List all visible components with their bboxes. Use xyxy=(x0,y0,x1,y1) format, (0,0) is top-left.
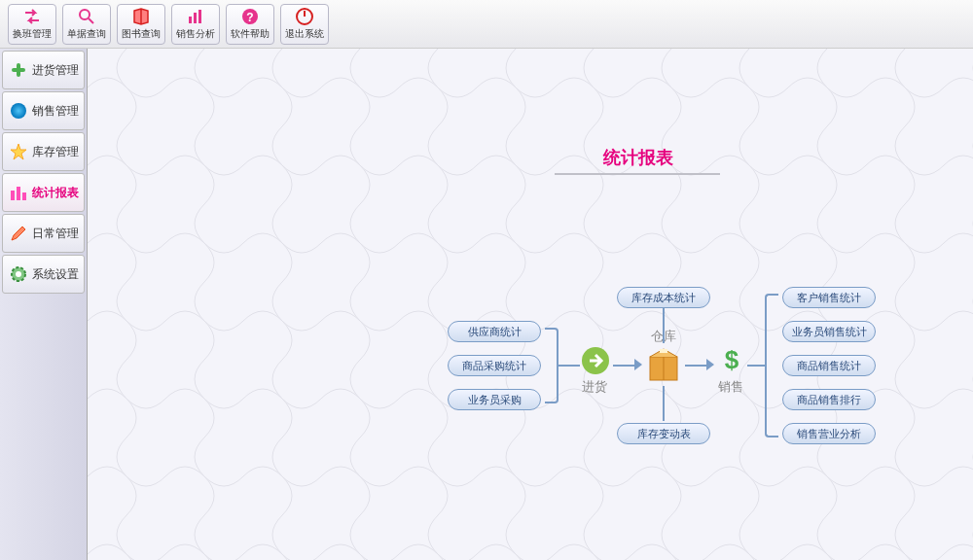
node-salesman-sales[interactable]: 业务员销售统计 xyxy=(782,321,876,342)
chart-icon xyxy=(186,7,205,26)
tool-label: 图书查询 xyxy=(122,27,161,41)
sidebar-label: 销售管理 xyxy=(32,103,79,120)
tool-exit[interactable]: 退出系统 xyxy=(280,4,329,45)
sidebar-item-inventory[interactable]: 库存管理 xyxy=(2,132,85,171)
node-customer-sales[interactable]: 客户销售统计 xyxy=(782,287,876,308)
sidebar-item-settings[interactable]: 系统设置 xyxy=(2,255,85,294)
connector xyxy=(559,365,580,367)
node-product-rank[interactable]: 商品销售排行 xyxy=(782,389,876,410)
main-area: 统计报表 供应商统计 商品采购统计 业务员采购 进货 仓库 库存成本统计 库存变… xyxy=(88,49,973,560)
svg-rect-4 xyxy=(198,10,201,23)
svg-text:$: $ xyxy=(725,345,739,374)
sidebar-item-reports[interactable]: 统计报表 xyxy=(2,173,85,212)
svg-rect-20 xyxy=(660,349,667,353)
svg-rect-12 xyxy=(11,191,15,200)
bracket-right xyxy=(765,294,778,438)
connector xyxy=(613,365,636,367)
tool-help[interactable]: ? 软件帮助 xyxy=(226,4,274,45)
book-icon xyxy=(131,7,151,26)
connector xyxy=(685,365,708,367)
svg-point-11 xyxy=(11,103,26,119)
star-icon xyxy=(9,142,28,161)
sidebar: 进货管理 销售管理 库存管理 统计报表 日常管理 系统设置 xyxy=(0,49,88,560)
pencil-icon xyxy=(9,224,28,243)
sidebar-label: 进货管理 xyxy=(32,62,79,79)
node-sales-business[interactable]: 销售营业分析 xyxy=(782,423,876,444)
svg-rect-13 xyxy=(17,187,20,200)
tool-sales-analysis[interactable]: 销售分析 xyxy=(171,4,220,45)
tool-label: 退出系统 xyxy=(285,27,324,41)
sales-icon: $ xyxy=(716,345,747,376)
help-icon: ? xyxy=(240,7,260,26)
arrow-right-icon xyxy=(706,359,714,370)
svg-rect-2 xyxy=(189,17,192,23)
sidebar-item-daily[interactable]: 日常管理 xyxy=(2,214,85,253)
connector xyxy=(663,386,665,421)
toolbar: 换班管理 单据查询 图书查询 销售分析 ? 软件帮助 退出系统 xyxy=(0,0,973,49)
node-inventory-cost[interactable]: 库存成本统计 xyxy=(617,287,710,308)
title-underline xyxy=(555,173,720,175)
ball-icon xyxy=(9,101,28,121)
page-title: 统计报表 xyxy=(603,146,673,169)
bracket-left xyxy=(545,328,559,403)
label-purchase: 进货 xyxy=(582,378,607,396)
tool-swap[interactable]: 换班管理 xyxy=(8,4,56,45)
svg-text:?: ? xyxy=(246,11,253,24)
gear-icon xyxy=(9,264,28,284)
tool-search-doc[interactable]: 单据查询 xyxy=(62,4,111,45)
svg-point-0 xyxy=(80,10,90,19)
tool-label: 单据查询 xyxy=(67,27,106,41)
svg-rect-14 xyxy=(22,192,26,200)
sidebar-label: 统计报表 xyxy=(32,185,79,201)
node-supplier-stats[interactable]: 供应商统计 xyxy=(448,321,541,342)
swap-icon xyxy=(22,7,42,26)
purchase-icon xyxy=(580,345,611,376)
label-sales: 销售 xyxy=(718,378,743,396)
tool-book-search[interactable]: 图书查询 xyxy=(117,4,165,45)
sidebar-item-sales[interactable]: 销售管理 xyxy=(2,91,85,130)
connector xyxy=(663,308,665,343)
svg-rect-10 xyxy=(12,68,25,72)
search-icon xyxy=(77,7,96,26)
connector xyxy=(747,365,765,367)
svg-rect-3 xyxy=(194,13,197,23)
tool-label: 软件帮助 xyxy=(231,27,270,41)
arrow-right-icon xyxy=(634,359,642,370)
node-inventory-change[interactable]: 库存变动表 xyxy=(617,423,710,444)
sidebar-label: 库存管理 xyxy=(32,144,79,160)
sidebar-label: 日常管理 xyxy=(32,226,79,242)
warehouse-icon xyxy=(644,345,683,384)
node-product-sales[interactable]: 商品销售统计 xyxy=(782,355,876,376)
svg-point-16 xyxy=(16,271,21,277)
tool-label: 换班管理 xyxy=(13,27,52,41)
svg-line-1 xyxy=(89,18,93,23)
node-salesman-purchase[interactable]: 业务员采购 xyxy=(448,389,541,410)
diagram: 供应商统计 商品采购统计 业务员采购 进货 仓库 库存成本统计 库存变动表 $ xyxy=(448,287,954,481)
sidebar-item-purchase[interactable]: 进货管理 xyxy=(2,51,85,89)
sidebar-label: 系统设置 xyxy=(32,266,79,283)
tool-label: 销售分析 xyxy=(176,27,215,41)
bars-icon xyxy=(9,183,28,202)
exit-icon xyxy=(295,7,314,26)
plus-icon xyxy=(9,60,28,80)
node-product-purchase-stats[interactable]: 商品采购统计 xyxy=(448,355,541,376)
